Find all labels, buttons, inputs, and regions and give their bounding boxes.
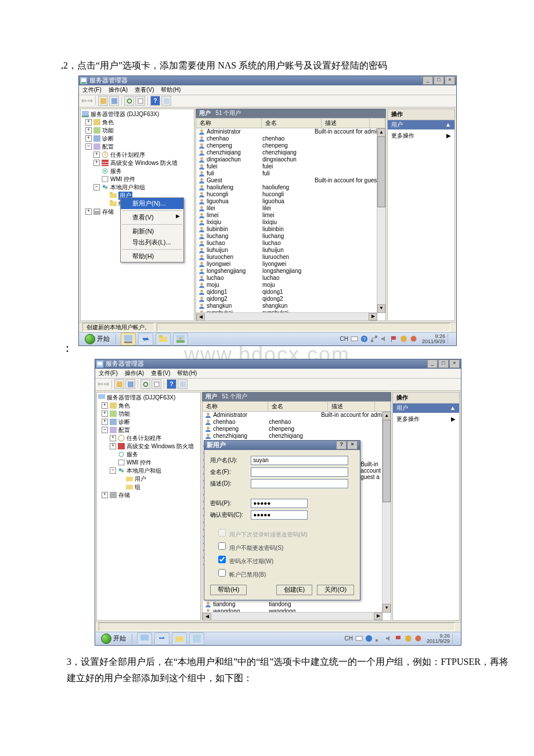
- vscrollbar[interactable]: ▲ ▼: [377, 128, 385, 313]
- toolbar-export-icon[interactable]: [151, 379, 161, 389]
- table-row[interactable]: lileililei: [196, 205, 385, 212]
- actions-sub-users[interactable]: 用户▲: [393, 404, 459, 413]
- expand-icon[interactable]: +: [85, 127, 92, 134]
- dialog-close-button[interactable]: ×: [347, 441, 358, 449]
- table-row[interactable]: limeilimei: [196, 212, 385, 219]
- minimize-button[interactable]: _: [427, 359, 438, 368]
- tray-sound-icon[interactable]: [380, 335, 388, 343]
- scroll-right-icon[interactable]: ▶: [369, 313, 377, 321]
- titlebar[interactable]: 服务器管理器 _ □ ×: [95, 359, 461, 369]
- chk-disabled[interactable]: [218, 569, 226, 577]
- toolbar-help-icon[interactable]: ?: [167, 379, 176, 389]
- tray-help-icon[interactable]: ?: [360, 335, 368, 343]
- nav-back-icon[interactable]: ⇦: [81, 97, 86, 105]
- table-row[interactable]: fuleifulei: [196, 163, 385, 170]
- tree-wmi[interactable]: WMI 控件: [110, 175, 135, 183]
- table-row[interactable]: mojumoju: [196, 282, 385, 289]
- input-password[interactable]: [251, 499, 308, 508]
- taskbar-app-2[interactable]: [138, 333, 153, 345]
- toolbar-help-icon[interactable]: ?: [150, 96, 160, 106]
- tree-diag[interactable]: 诊断: [102, 135, 114, 143]
- hscrollbar[interactable]: ◀ ▶: [196, 312, 377, 321]
- list-header[interactable]: 名称 全名 描述: [196, 118, 386, 128]
- tray-network-icon[interactable]: [375, 635, 383, 642]
- table-row[interactable]: chenhaochenhao: [203, 419, 391, 426]
- table-row[interactable]: luchaoluchao: [196, 275, 385, 282]
- close-button[interactable]: ×: [449, 359, 460, 368]
- ctx-view[interactable]: 查看(V)▶: [121, 212, 183, 223]
- table-row[interactable]: lixiqiulixiqiu: [196, 219, 385, 226]
- toolbar-btn-3[interactable]: [161, 96, 171, 106]
- tree-firewall[interactable]: 高级安全 Windows 防火墙: [127, 442, 194, 451]
- table-row[interactable]: GuestBuilt-in account for guest a: [196, 177, 385, 184]
- tray-sound-icon[interactable]: [385, 635, 392, 642]
- input-confirm-password[interactable]: [251, 510, 308, 520]
- toolbar-btn-2[interactable]: [109, 96, 119, 106]
- start-button[interactable]: 开始: [81, 333, 113, 345]
- ctx-refresh[interactable]: 刷新(N): [121, 226, 183, 237]
- tray-clock[interactable]: 9:26 2011/9/29: [422, 334, 445, 344]
- tray-clock[interactable]: 9:26 2011/9/29: [427, 633, 450, 644]
- input-fullname[interactable]: [251, 467, 348, 477]
- table-row[interactable]: longshengjianglongshengjiang: [196, 268, 385, 275]
- col-name[interactable]: 名称: [203, 402, 268, 411]
- ctx-export[interactable]: 导出列表(L)...: [121, 237, 183, 248]
- scroll-down-icon[interactable]: ▼: [383, 604, 391, 613]
- list-body[interactable]: AdministratorBuilt-in account for admini…: [196, 128, 386, 321]
- close-button[interactable]: ×: [445, 76, 455, 85]
- taskbar-app-1[interactable]: [121, 333, 136, 345]
- table-row[interactable]: qidong1qidong1: [196, 289, 385, 296]
- tree-services[interactable]: 服务: [110, 167, 122, 175]
- tray-shield-icon[interactable]: [405, 635, 412, 642]
- expand-icon[interactable]: +: [93, 160, 100, 166]
- tree-storage[interactable]: 存储: [118, 491, 130, 499]
- tree-task[interactable]: 任务计划程序: [127, 434, 161, 442]
- col-name[interactable]: 名称: [196, 118, 262, 128]
- tree-groups[interactable]: 组: [135, 483, 140, 491]
- tray-flag-icon[interactable]: [395, 635, 402, 642]
- tray-flag-icon[interactable]: [390, 335, 398, 343]
- tree-local-users-groups[interactable]: 本地用户和组: [127, 467, 161, 475]
- col-desc[interactable]: 描述: [322, 118, 370, 128]
- actions-more[interactable]: 更多操作▶: [388, 129, 454, 142]
- context-menu[interactable]: 新用户(N)... 查看(V)▶ 刷新(N) 导出列表(L)... 帮助(H): [120, 197, 184, 262]
- col-fullname[interactable]: 全名: [262, 118, 322, 128]
- actions-sub-users[interactable]: 用户▲: [388, 120, 454, 129]
- tree-roles[interactable]: 角色: [118, 402, 130, 410]
- dialog-help-btn[interactable]: 帮助(H): [210, 585, 247, 595]
- list-header[interactable]: 名称 全名 描述: [202, 401, 391, 412]
- menu-help[interactable]: 帮助(H): [177, 369, 197, 377]
- ctx-help[interactable]: 帮助(H): [121, 251, 183, 262]
- input-username[interactable]: [251, 456, 348, 465]
- taskbar-app-4[interactable]: [173, 333, 188, 345]
- collapse-icon[interactable]: −: [93, 184, 100, 190]
- tree-pane[interactable]: 服务器管理器 (DJJQF63X) +角色 +功能 +诊断 −配置 +任务计划程…: [80, 109, 194, 321]
- scroll-right-icon[interactable]: ▶: [374, 613, 383, 620]
- taskbar-app-2[interactable]: [154, 632, 169, 645]
- scroll-left-icon[interactable]: ◀: [203, 613, 211, 621]
- scroll-thumb[interactable]: [377, 136, 385, 207]
- expand-icon[interactable]: +: [85, 208, 92, 215]
- col-fullname[interactable]: 全名: [268, 402, 328, 411]
- table-row[interactable]: liguohualiguohua: [196, 198, 385, 205]
- tree-users[interactable]: 用户: [135, 475, 146, 483]
- nav-fwd-icon[interactable]: ⇨: [104, 380, 109, 388]
- tree-services[interactable]: 服务: [127, 451, 138, 459]
- toolbar-export-icon[interactable]: [135, 96, 145, 106]
- tree-local-users-groups[interactable]: 本地用户和组: [110, 183, 145, 192]
- scroll-up-icon[interactable]: ▲: [377, 128, 385, 137]
- table-row[interactable]: qidong2qidong2: [196, 296, 385, 303]
- expand-icon[interactable]: +: [85, 119, 92, 125]
- input-desc[interactable]: [251, 479, 348, 488]
- toolbar-btn-3[interactable]: [178, 379, 187, 389]
- tree-diag[interactable]: 诊断: [118, 418, 130, 426]
- table-row[interactable]: chenpengchenpeng: [203, 426, 391, 433]
- tray-showdesktop[interactable]: [448, 334, 454, 344]
- dialog-create-btn[interactable]: 创建(E): [276, 585, 313, 595]
- toolbar-btn-1[interactable]: [98, 96, 108, 106]
- taskbar-app-4[interactable]: [189, 632, 204, 645]
- tree-roles[interactable]: 角色: [102, 118, 114, 127]
- toolbar-btn-1[interactable]: [114, 379, 124, 389]
- menu-view[interactable]: 查看(V): [151, 369, 170, 377]
- col-desc[interactable]: 描述: [328, 402, 375, 411]
